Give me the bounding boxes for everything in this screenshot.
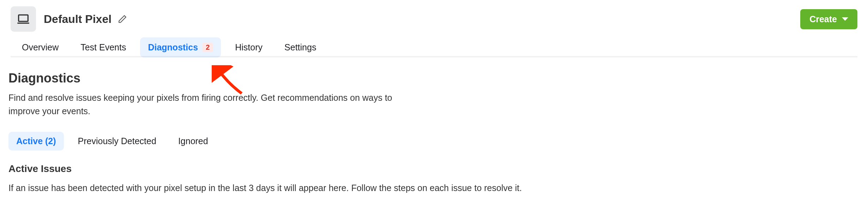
tab-label: Diagnostics xyxy=(148,42,198,53)
subtab-previously-detected[interactable]: Previously Detected xyxy=(70,132,164,150)
tabs-nav: Overview Test Events Diagnostics 2 Histo… xyxy=(0,35,868,57)
page-title: Default Pixel xyxy=(44,13,111,26)
subtab-label: Previously Detected xyxy=(78,136,156,146)
caret-down-icon xyxy=(842,17,848,21)
active-issues-description: If an issue has been detected with your … xyxy=(8,182,860,195)
create-button[interactable]: Create xyxy=(800,9,857,29)
subtab-label: Ignored xyxy=(178,136,208,146)
tab-badge: 2 xyxy=(202,43,213,52)
create-button-label: Create xyxy=(809,14,837,24)
svg-rect-0 xyxy=(19,15,28,21)
subtabs-nav: Active (2) Previously Detected Ignored xyxy=(8,132,860,150)
pencil-icon xyxy=(118,14,127,24)
tab-settings[interactable]: Settings xyxy=(277,37,324,57)
subtab-active[interactable]: Active (2) xyxy=(8,132,64,150)
active-issues-heading: Active Issues xyxy=(8,163,860,174)
subtab-ignored[interactable]: Ignored xyxy=(170,132,216,150)
tab-history[interactable]: History xyxy=(227,37,270,57)
tab-overview[interactable]: Overview xyxy=(14,37,66,57)
tab-label: History xyxy=(235,42,263,53)
pixel-icon-box xyxy=(11,6,36,32)
tab-label: Test Events xyxy=(80,42,126,53)
tab-label: Settings xyxy=(284,42,316,53)
tab-diagnostics[interactable]: Diagnostics 2 xyxy=(140,37,221,57)
edit-title-button[interactable] xyxy=(116,13,128,25)
subtab-label: Active (2) xyxy=(16,136,56,146)
tab-label: Overview xyxy=(22,42,59,53)
section-heading: Diagnostics xyxy=(8,71,860,86)
tab-test-events[interactable]: Test Events xyxy=(73,37,134,57)
section-description: Find and resolve issues keeping your pix… xyxy=(8,91,414,118)
laptop-icon xyxy=(16,12,30,26)
